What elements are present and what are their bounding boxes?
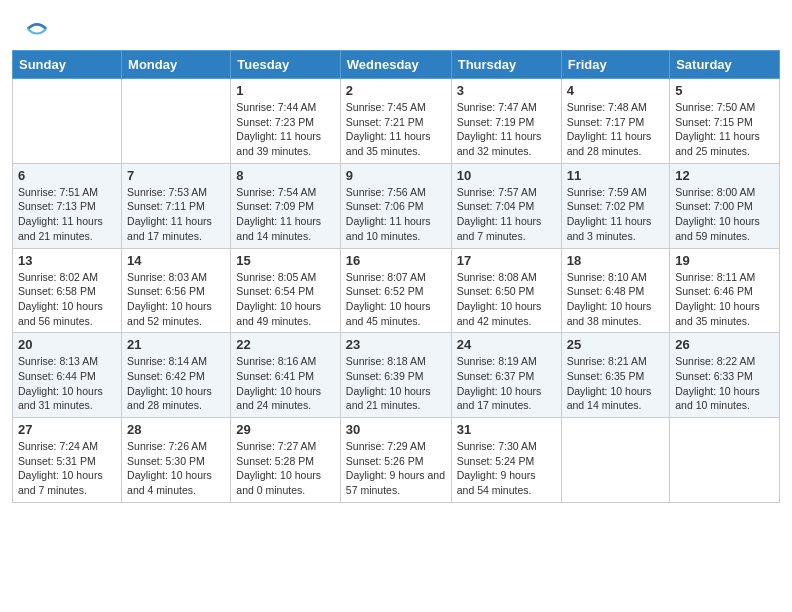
- calendar-day-17: 17Sunrise: 8:08 AMSunset: 6:50 PMDayligh…: [451, 248, 561, 333]
- calendar-day-20: 20Sunrise: 8:13 AMSunset: 6:44 PMDayligh…: [13, 333, 122, 418]
- day-number: 21: [127, 337, 225, 352]
- day-number: 22: [236, 337, 334, 352]
- day-number: 15: [236, 253, 334, 268]
- calendar-day-24: 24Sunrise: 8:19 AMSunset: 6:37 PMDayligh…: [451, 333, 561, 418]
- col-header-tuesday: Tuesday: [231, 51, 340, 79]
- calendar-week-row: 20Sunrise: 8:13 AMSunset: 6:44 PMDayligh…: [13, 333, 780, 418]
- calendar-day-26: 26Sunrise: 8:22 AMSunset: 6:33 PMDayligh…: [670, 333, 780, 418]
- day-info: Sunrise: 7:51 AMSunset: 7:13 PMDaylight:…: [18, 185, 116, 244]
- calendar-day-15: 15Sunrise: 8:05 AMSunset: 6:54 PMDayligh…: [231, 248, 340, 333]
- day-number: 19: [675, 253, 774, 268]
- calendar-week-row: 6Sunrise: 7:51 AMSunset: 7:13 PMDaylight…: [13, 163, 780, 248]
- calendar-day-29: 29Sunrise: 7:27 AMSunset: 5:28 PMDayligh…: [231, 418, 340, 503]
- day-number: 26: [675, 337, 774, 352]
- calendar-table: SundayMondayTuesdayWednesdayThursdayFrid…: [12, 50, 780, 503]
- calendar-day-16: 16Sunrise: 8:07 AMSunset: 6:52 PMDayligh…: [340, 248, 451, 333]
- calendar-day-7: 7Sunrise: 7:53 AMSunset: 7:11 PMDaylight…: [122, 163, 231, 248]
- calendar-day-9: 9Sunrise: 7:56 AMSunset: 7:06 PMDaylight…: [340, 163, 451, 248]
- calendar-header-row: SundayMondayTuesdayWednesdayThursdayFrid…: [13, 51, 780, 79]
- calendar-day-1: 1Sunrise: 7:44 AMSunset: 7:23 PMDaylight…: [231, 79, 340, 164]
- col-header-saturday: Saturday: [670, 51, 780, 79]
- day-number: 10: [457, 168, 556, 183]
- calendar-day-11: 11Sunrise: 7:59 AMSunset: 7:02 PMDayligh…: [561, 163, 670, 248]
- day-number: 11: [567, 168, 665, 183]
- day-number: 25: [567, 337, 665, 352]
- day-info: Sunrise: 7:29 AMSunset: 5:26 PMDaylight:…: [346, 439, 446, 498]
- day-number: 18: [567, 253, 665, 268]
- calendar-day-10: 10Sunrise: 7:57 AMSunset: 7:04 PMDayligh…: [451, 163, 561, 248]
- empty-cell: [13, 79, 122, 164]
- day-info: Sunrise: 7:27 AMSunset: 5:28 PMDaylight:…: [236, 439, 334, 498]
- day-info: Sunrise: 7:48 AMSunset: 7:17 PMDaylight:…: [567, 100, 665, 159]
- day-number: 12: [675, 168, 774, 183]
- empty-cell: [122, 79, 231, 164]
- day-number: 9: [346, 168, 446, 183]
- day-info: Sunrise: 8:08 AMSunset: 6:50 PMDaylight:…: [457, 270, 556, 329]
- day-number: 24: [457, 337, 556, 352]
- day-number: 30: [346, 422, 446, 437]
- day-info: Sunrise: 7:53 AMSunset: 7:11 PMDaylight:…: [127, 185, 225, 244]
- day-number: 13: [18, 253, 116, 268]
- day-info: Sunrise: 8:13 AMSunset: 6:44 PMDaylight:…: [18, 354, 116, 413]
- day-info: Sunrise: 7:30 AMSunset: 5:24 PMDaylight:…: [457, 439, 556, 498]
- calendar-day-19: 19Sunrise: 8:11 AMSunset: 6:46 PMDayligh…: [670, 248, 780, 333]
- calendar-day-4: 4Sunrise: 7:48 AMSunset: 7:17 PMDaylight…: [561, 79, 670, 164]
- header: [0, 0, 792, 50]
- day-info: Sunrise: 8:22 AMSunset: 6:33 PMDaylight:…: [675, 354, 774, 413]
- day-info: Sunrise: 7:24 AMSunset: 5:31 PMDaylight:…: [18, 439, 116, 498]
- day-number: 1: [236, 83, 334, 98]
- day-info: Sunrise: 7:50 AMSunset: 7:15 PMDaylight:…: [675, 100, 774, 159]
- calendar-day-6: 6Sunrise: 7:51 AMSunset: 7:13 PMDaylight…: [13, 163, 122, 248]
- day-number: 16: [346, 253, 446, 268]
- calendar-day-3: 3Sunrise: 7:47 AMSunset: 7:19 PMDaylight…: [451, 79, 561, 164]
- day-info: Sunrise: 8:05 AMSunset: 6:54 PMDaylight:…: [236, 270, 334, 329]
- day-number: 14: [127, 253, 225, 268]
- day-info: Sunrise: 8:07 AMSunset: 6:52 PMDaylight:…: [346, 270, 446, 329]
- day-number: 4: [567, 83, 665, 98]
- day-number: 20: [18, 337, 116, 352]
- empty-cell: [670, 418, 780, 503]
- calendar-day-25: 25Sunrise: 8:21 AMSunset: 6:35 PMDayligh…: [561, 333, 670, 418]
- day-number: 17: [457, 253, 556, 268]
- day-number: 2: [346, 83, 446, 98]
- day-number: 6: [18, 168, 116, 183]
- day-info: Sunrise: 7:56 AMSunset: 7:06 PMDaylight:…: [346, 185, 446, 244]
- day-info: Sunrise: 8:14 AMSunset: 6:42 PMDaylight:…: [127, 354, 225, 413]
- day-info: Sunrise: 8:19 AMSunset: 6:37 PMDaylight:…: [457, 354, 556, 413]
- day-info: Sunrise: 7:47 AMSunset: 7:19 PMDaylight:…: [457, 100, 556, 159]
- day-number: 23: [346, 337, 446, 352]
- day-info: Sunrise: 8:00 AMSunset: 7:00 PMDaylight:…: [675, 185, 774, 244]
- calendar-week-row: 27Sunrise: 7:24 AMSunset: 5:31 PMDayligh…: [13, 418, 780, 503]
- calendar-week-row: 1Sunrise: 7:44 AMSunset: 7:23 PMDaylight…: [13, 79, 780, 164]
- calendar-day-21: 21Sunrise: 8:14 AMSunset: 6:42 PMDayligh…: [122, 333, 231, 418]
- day-info: Sunrise: 8:10 AMSunset: 6:48 PMDaylight:…: [567, 270, 665, 329]
- calendar-day-28: 28Sunrise: 7:26 AMSunset: 5:30 PMDayligh…: [122, 418, 231, 503]
- col-header-wednesday: Wednesday: [340, 51, 451, 79]
- calendar-day-31: 31Sunrise: 7:30 AMSunset: 5:24 PMDayligh…: [451, 418, 561, 503]
- calendar-day-18: 18Sunrise: 8:10 AMSunset: 6:48 PMDayligh…: [561, 248, 670, 333]
- day-info: Sunrise: 7:44 AMSunset: 7:23 PMDaylight:…: [236, 100, 334, 159]
- day-number: 27: [18, 422, 116, 437]
- day-number: 5: [675, 83, 774, 98]
- logo-icon: [26, 18, 48, 40]
- day-info: Sunrise: 8:03 AMSunset: 6:56 PMDaylight:…: [127, 270, 225, 329]
- day-info: Sunrise: 7:26 AMSunset: 5:30 PMDaylight:…: [127, 439, 225, 498]
- day-number: 8: [236, 168, 334, 183]
- logo: [24, 18, 48, 40]
- calendar-day-8: 8Sunrise: 7:54 AMSunset: 7:09 PMDaylight…: [231, 163, 340, 248]
- day-info: Sunrise: 8:16 AMSunset: 6:41 PMDaylight:…: [236, 354, 334, 413]
- day-number: 3: [457, 83, 556, 98]
- calendar-day-27: 27Sunrise: 7:24 AMSunset: 5:31 PMDayligh…: [13, 418, 122, 503]
- calendar-day-13: 13Sunrise: 8:02 AMSunset: 6:58 PMDayligh…: [13, 248, 122, 333]
- day-info: Sunrise: 8:18 AMSunset: 6:39 PMDaylight:…: [346, 354, 446, 413]
- day-info: Sunrise: 7:45 AMSunset: 7:21 PMDaylight:…: [346, 100, 446, 159]
- calendar-day-2: 2Sunrise: 7:45 AMSunset: 7:21 PMDaylight…: [340, 79, 451, 164]
- calendar-day-23: 23Sunrise: 8:18 AMSunset: 6:39 PMDayligh…: [340, 333, 451, 418]
- calendar-day-12: 12Sunrise: 8:00 AMSunset: 7:00 PMDayligh…: [670, 163, 780, 248]
- day-info: Sunrise: 8:21 AMSunset: 6:35 PMDaylight:…: [567, 354, 665, 413]
- day-number: 31: [457, 422, 556, 437]
- day-number: 7: [127, 168, 225, 183]
- day-info: Sunrise: 8:02 AMSunset: 6:58 PMDaylight:…: [18, 270, 116, 329]
- empty-cell: [561, 418, 670, 503]
- day-info: Sunrise: 7:57 AMSunset: 7:04 PMDaylight:…: [457, 185, 556, 244]
